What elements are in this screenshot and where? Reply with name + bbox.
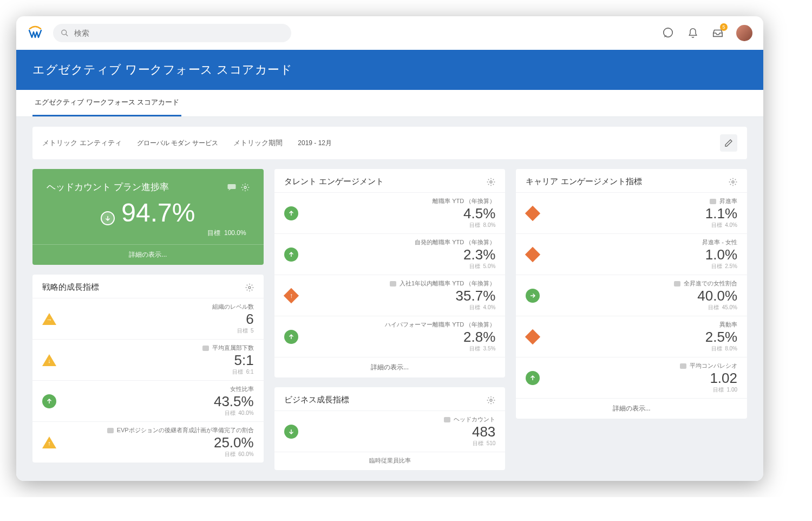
svg-point-0 bbox=[62, 30, 67, 35]
metric-label: 昇進率 bbox=[547, 197, 737, 205]
page-title: エグゼクティブ ワークフォース スコアカード bbox=[16, 50, 763, 90]
metric-row: ↓ 平均直属部下数 5:1 目標 6:1 bbox=[32, 339, 264, 380]
metric-row: 女性比率 43.5% 目標 40.0% bbox=[32, 380, 264, 421]
trend-up-icon bbox=[284, 248, 298, 262]
svg-point-8 bbox=[732, 181, 734, 183]
comment-icon[interactable] bbox=[680, 363, 686, 369]
triangle-warning-icon: → bbox=[42, 313, 56, 325]
search-box[interactable] bbox=[53, 24, 291, 42]
metric-target: 目標 5.0% bbox=[306, 263, 496, 270]
bell-icon[interactable] bbox=[686, 27, 699, 40]
card-title: 戦略的成長指標 bbox=[42, 282, 99, 292]
avatar[interactable] bbox=[736, 25, 752, 41]
diamond-alert-icon: ↑ bbox=[284, 289, 298, 303]
trend-down-icon bbox=[101, 211, 115, 225]
svg-point-7 bbox=[490, 399, 492, 401]
tab-row: エグゼクティブ ワークフォース スコアカード bbox=[16, 90, 763, 117]
gear-icon[interactable] bbox=[241, 183, 250, 192]
triangle-warning-icon: ↓ bbox=[42, 354, 56, 366]
comment-icon[interactable] bbox=[202, 346, 209, 351]
comment-icon[interactable] bbox=[227, 183, 237, 192]
diamond-alert-icon bbox=[526, 330, 540, 344]
logo-icon[interactable] bbox=[27, 25, 43, 41]
content-area: メトリック エンティティ グローバル モダン サービス メトリック期間 2019… bbox=[16, 117, 763, 481]
filter-entity-label: メトリック エンティティ bbox=[42, 138, 122, 148]
metric-row: 臨時従業員比率 bbox=[274, 452, 506, 470]
metric-target: 目標 510 bbox=[306, 440, 496, 447]
metric-target: 目標 4.0% bbox=[306, 304, 496, 311]
metric-row: 全昇進での女性割合 40.0% 目標 45.0% bbox=[516, 275, 747, 316]
tab-scorecard[interactable]: エグゼクティブ ワークフォース スコアカード bbox=[32, 90, 181, 116]
metric-value: 483 bbox=[306, 425, 496, 439]
comment-icon[interactable] bbox=[674, 281, 680, 286]
chat-icon[interactable] bbox=[662, 27, 675, 40]
metric-value: 4.5% bbox=[306, 206, 496, 220]
metric-value: 6 bbox=[64, 312, 254, 326]
metric-target: 目標 45.0% bbox=[547, 304, 737, 311]
metric-value: 40.0% bbox=[547, 289, 737, 303]
metric-value: 1.0% bbox=[547, 248, 737, 262]
metric-target: 目標 60.0% bbox=[64, 451, 254, 458]
svg-rect-3 bbox=[227, 184, 235, 189]
svg-point-6 bbox=[490, 181, 492, 183]
metric-target: 目標 6:1 bbox=[64, 368, 254, 376]
card-title: タレント エンゲージメント bbox=[284, 177, 384, 187]
metric-value: 5:1 bbox=[64, 353, 254, 367]
trend-down-icon bbox=[284, 425, 298, 439]
metric-label: ハイパフォーマー離職率 YTD （年換算） bbox=[306, 321, 496, 329]
gear-icon[interactable] bbox=[729, 178, 737, 186]
hero-details-link[interactable]: 詳細の表示... bbox=[32, 244, 264, 265]
hero-title: ヘッドカウント プラン進捗率 bbox=[47, 181, 169, 193]
inbox-icon[interactable]: 5 bbox=[711, 27, 724, 40]
comment-icon[interactable] bbox=[710, 199, 716, 204]
metric-target: 目標 1.00 bbox=[547, 386, 737, 394]
trend-up-icon bbox=[42, 394, 56, 408]
metric-value: 43.5% bbox=[64, 394, 254, 408]
metric-value: 35.7% bbox=[306, 289, 496, 303]
filter-bar: メトリック エンティティ グローバル モダン サービス メトリック期間 2019… bbox=[32, 127, 747, 159]
metric-value: 2.8% bbox=[306, 330, 496, 344]
gear-icon[interactable] bbox=[245, 283, 254, 292]
search-input[interactable] bbox=[74, 29, 284, 37]
metric-target: 目標 3.5% bbox=[306, 345, 496, 353]
inbox-badge: 5 bbox=[720, 23, 728, 31]
comment-icon[interactable] bbox=[390, 281, 396, 286]
metric-target: 目標 4.0% bbox=[547, 222, 737, 229]
metric-label: 平均コンパレシオ bbox=[547, 362, 737, 370]
metric-row: 昇進率 - 女性 1.0% 目標 2.5% bbox=[516, 233, 747, 275]
metric-value: 2.3% bbox=[306, 248, 496, 262]
metric-target: 目標 8.0% bbox=[547, 345, 737, 353]
gear-icon[interactable] bbox=[487, 396, 495, 405]
trend-up-icon bbox=[284, 330, 298, 344]
comment-icon[interactable] bbox=[107, 428, 114, 433]
svg-point-5 bbox=[248, 286, 251, 289]
metric-target: 目標 8.0% bbox=[306, 222, 496, 229]
metric-row: → 組織のレベル数 6 目標 5 bbox=[32, 298, 264, 339]
card-talent-engagement: タレント エンゲージメント 離職率 YTD （年換算） 4.5% 目標 8.0% bbox=[274, 169, 506, 377]
metric-label: 平均直属部下数 bbox=[64, 344, 254, 352]
svg-point-4 bbox=[244, 186, 246, 188]
card-headcount-progress: ヘッドカウント プラン進捗率 94.7% 目標 bbox=[32, 169, 264, 265]
hero-value: 94.7% bbox=[121, 198, 195, 227]
metric-row: 異動率 2.5% 目標 8.0% bbox=[516, 316, 747, 357]
metric-label: 臨時従業員比率 bbox=[284, 457, 496, 465]
comment-icon[interactable] bbox=[444, 417, 450, 422]
card-business-growth: ビジネス成長指標 ヘッドカウント 483 目標 510 臨時従業員比率 bbox=[274, 387, 506, 470]
details-link[interactable]: 詳細の表示... bbox=[274, 357, 506, 377]
metric-target: 目標 5 bbox=[64, 327, 254, 335]
metric-label: 全昇進での女性割合 bbox=[547, 279, 737, 288]
metric-label: 昇進率 - 女性 bbox=[547, 238, 737, 246]
metric-label: 離職率 YTD （年換算） bbox=[306, 197, 496, 205]
metric-label: 女性比率 bbox=[64, 385, 254, 393]
metric-row: 平均コンパレシオ 1.02 目標 1.00 bbox=[516, 357, 747, 398]
metric-label: 自発的離職率 YTD （年換算） bbox=[306, 238, 496, 246]
edit-button[interactable] bbox=[720, 134, 737, 152]
card-career-engagement: キャリア エンゲージメント指標 昇進率 1.1% 目標 4.0% bbox=[516, 169, 747, 419]
metric-row: ハイパフォーマー離職率 YTD （年換算） 2.8% 目標 3.5% bbox=[274, 316, 506, 357]
pencil-icon bbox=[724, 139, 733, 147]
metric-label: 組織のレベル数 bbox=[64, 303, 254, 311]
gear-icon[interactable] bbox=[487, 178, 495, 186]
details-link[interactable]: 詳細の表示... bbox=[516, 398, 747, 419]
trend-right-icon bbox=[526, 289, 540, 303]
card-title: ビジネス成長指標 bbox=[284, 395, 349, 405]
